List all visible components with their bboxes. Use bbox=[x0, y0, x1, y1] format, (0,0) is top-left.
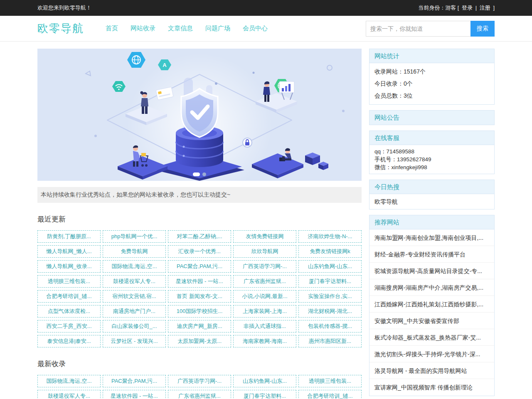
site-link[interactable]: 南通房地产门户... bbox=[103, 305, 166, 318]
site-link[interactable]: 合肥考研培训_辅... bbox=[298, 390, 362, 399]
site-link[interactable]: 厦门春宇达塑料... bbox=[233, 390, 296, 399]
site-link[interactable]: 上海家装网-上海... bbox=[233, 305, 296, 318]
site-link[interactable]: 友情免费链接网 bbox=[233, 230, 296, 243]
site-link[interactable]: 合肥考研培训_辅... bbox=[37, 290, 101, 303]
recommended-site-link[interactable]: 财经-金融界-专业财经资讯传播平台 bbox=[369, 246, 494, 263]
site-link[interactable]: 泰安信息港|泰安... bbox=[37, 335, 101, 347]
site-link[interactable]: 100国际学校招生... bbox=[168, 305, 231, 318]
site-link[interactable]: PAC聚合,PAM,污... bbox=[168, 260, 231, 273]
shield-check-icon bbox=[181, 89, 218, 137]
nav-item[interactable]: 文章信息 bbox=[168, 25, 193, 32]
svg-text:A: A bbox=[163, 62, 167, 68]
bracket-close: ] bbox=[493, 5, 495, 11]
recommended-site-link[interactable]: 洛灵导航网 - 最全面的实用导航网站 bbox=[369, 362, 494, 379]
search-input[interactable] bbox=[366, 21, 470, 37]
site-stats-body: 收录网站：15167个今日收录：0个会员总数：3位 bbox=[369, 63, 494, 104]
site-link[interactable]: 星速软件园 - 一站... bbox=[168, 275, 231, 288]
recommended-sites-box: 推荐网站 海南加盟网-海南创业加盟,海南创业项目,...财经-金融界-专业财经资… bbox=[369, 215, 495, 396]
site-link[interactable]: php导航网一个优... bbox=[103, 230, 166, 243]
recent-updates-title: 最近更新 bbox=[37, 214, 362, 224]
site-link[interactable]: 包装机传感器-搅... bbox=[298, 320, 362, 332]
register-link[interactable]: 注册 bbox=[480, 5, 490, 11]
site-link[interactable]: 免费友情链接网k bbox=[298, 245, 362, 258]
main-nav: 首页网站收录文章信息问题广场会员中心 bbox=[106, 25, 268, 32]
announcement-title: 网站公告 bbox=[369, 111, 494, 125]
nav-item[interactable]: 网站收录 bbox=[131, 25, 155, 32]
sidebar: 网站统计 收录网站：15167个今日收录：0个会员总数：3位 网站公告 在线客服… bbox=[369, 49, 495, 399]
site-logo[interactable]: 欧零导航 bbox=[37, 21, 84, 36]
user-status: 当前身份：游客 [ 登录 | 注册 ] bbox=[417, 4, 495, 12]
site-link[interactable]: 西安二手房_西安... bbox=[37, 320, 101, 332]
search-bar: 搜索 bbox=[366, 21, 495, 37]
recommended-sites-title: 推荐网站 bbox=[369, 215, 494, 229]
site-link[interactable]: 广东省惠州监狱... bbox=[168, 390, 231, 399]
site-link[interactable]: 山东钓鱼网-山东... bbox=[298, 260, 362, 273]
site-link[interactable]: 欣欣导航网 bbox=[233, 245, 296, 258]
hot-search-title: 今日热搜 bbox=[369, 180, 494, 194]
nav-item[interactable]: 会员中心 bbox=[243, 25, 268, 32]
site-link[interactable]: 懒人导航网_收录... bbox=[37, 260, 101, 273]
hot-search-item[interactable]: 欧零导航 bbox=[374, 198, 398, 205]
site-link[interactable]: 对苯二酚,乙醇钠,... bbox=[168, 230, 231, 243]
recommended-site-link[interactable]: 激光切割头-焊接头-手持焊-光学镜片-深... bbox=[369, 346, 494, 362]
recommended-site-link[interactable]: 宣讲家网_中国视频智库 传播创新理论 bbox=[369, 379, 494, 396]
carousel-dot-active[interactable] bbox=[193, 172, 200, 176]
left-column: A bbox=[37, 49, 362, 399]
site-link[interactable]: PAC聚合,PAM,污... bbox=[103, 375, 166, 387]
customer-service-body: qq：714589588手机号：13952627849微信：xinfengkej… bbox=[369, 145, 494, 174]
site-link[interactable]: 惠州市惠阳区新... bbox=[298, 335, 362, 347]
recommended-site-link[interactable]: 海南加盟网-海南创业加盟,海南创业项目,... bbox=[369, 229, 494, 246]
site-link[interactable]: 懒人导航网_懒人... bbox=[37, 245, 101, 258]
site-link[interactable]: 济南欣烨生物-N-... bbox=[298, 230, 362, 243]
hot-search-body: 欧零导航 bbox=[369, 194, 494, 209]
nav-item[interactable]: 问题广场 bbox=[205, 25, 230, 32]
site-link[interactable]: 山东钓鱼网-山东... bbox=[233, 375, 296, 387]
site-link[interactable]: 透明膜三维包装... bbox=[37, 275, 101, 288]
site-link[interactable]: 国际物流,海运,空... bbox=[37, 375, 101, 387]
recommended-site-link[interactable]: 江西婚嫁网-江西婚礼策划,江西婚纱摄影,... bbox=[369, 296, 494, 313]
hero-banner[interactable]: A bbox=[37, 49, 362, 181]
recommended-site-link[interactable]: 湖南搜房网-湖南房产中介,湖南房产交易,... bbox=[369, 279, 494, 296]
site-link[interactable]: 广东省惠州监狱... bbox=[233, 275, 296, 288]
topbar: 欢迎您来到欧零导航！ 当前身份：游客 [ 登录 | 注册 ] bbox=[0, 0, 532, 16]
banner-illustration: A bbox=[37, 49, 362, 181]
stat-line: 收录网站：15167个 bbox=[374, 66, 489, 78]
site-link[interactable]: 广西英语学习网-... bbox=[168, 375, 231, 387]
search-button[interactable]: 搜索 bbox=[470, 21, 495, 37]
nav-item[interactable]: 首页 bbox=[106, 25, 118, 32]
site-link[interactable]: 迪庆房产网_新房... bbox=[168, 320, 231, 332]
recommended-site-link[interactable]: 驼城资源导航网-高质量网站目录提交-专... bbox=[369, 263, 494, 279]
site-link[interactable]: 首页 新闻发布-文... bbox=[168, 290, 231, 303]
site-link[interactable]: 小说,小说网,最新... bbox=[233, 290, 296, 303]
site-link[interactable]: 海南家教网-海南... bbox=[233, 335, 296, 347]
site-link[interactable]: 星速软件园 - 一站... bbox=[103, 390, 166, 399]
site-link[interactable]: 宿州软文营销,宿... bbox=[103, 290, 166, 303]
site-link[interactable]: 防黄剂,丁酰肼原... bbox=[37, 230, 101, 243]
site-link[interactable]: 云梦社区 - 发现兴... bbox=[103, 335, 166, 347]
site-link[interactable]: 汇收录一个优秀... bbox=[168, 245, 231, 258]
login-link[interactable]: 登录 bbox=[462, 5, 473, 11]
site-link[interactable]: 白山家装修公司_... bbox=[103, 320, 166, 332]
site-link[interactable]: 免费导航网 bbox=[103, 245, 166, 258]
site-link[interactable]: 非插入式通球指... bbox=[233, 320, 296, 332]
recommended-site-link[interactable]: 板式冷却器_板式蒸发器_换热器厂家-艾... bbox=[369, 329, 494, 346]
contact-line: qq：714589588 bbox=[374, 148, 489, 155]
site-link[interactable]: 广西英语学习网-... bbox=[233, 260, 296, 273]
latest-included-grid: 国际物流,海运,空...PAC聚合,PAM,污...广西英语学习网-...山东钓… bbox=[37, 375, 362, 399]
site-link[interactable]: 鼓楼退役军人专... bbox=[37, 390, 101, 399]
welcome-text: 欢迎您来到欧零导航！ bbox=[37, 4, 91, 12]
site-link[interactable]: 透明膜三维包装... bbox=[298, 375, 362, 387]
announcement-box: 网站公告 bbox=[369, 110, 495, 125]
site-link[interactable]: 厦门春宇达塑料... bbox=[298, 275, 362, 288]
site-link[interactable]: 太原加盟网-太原... bbox=[168, 335, 231, 347]
hot-search-box: 今日热搜 欧零导航 bbox=[369, 180, 495, 209]
site-link[interactable]: 实验室操作台,实... bbox=[298, 290, 362, 303]
recommended-site-link[interactable]: 安徽文明网_中共安徽省委宣传部 bbox=[369, 313, 494, 329]
submit-notice: 本站持续收集行业优秀站点，如果您的网站未被收录，您也可以主动提交~ bbox=[37, 187, 362, 203]
site-link[interactable]: 国际物流,海运,空... bbox=[103, 260, 166, 273]
site-header: 欧零导航 首页网站收录文章信息问题广场会员中心 搜索 bbox=[0, 16, 532, 42]
site-link[interactable]: 鼓楼退役军人专... bbox=[103, 275, 166, 288]
site-link[interactable]: 湖北财税网-湖北... bbox=[298, 305, 362, 318]
carousel-dot[interactable] bbox=[202, 172, 206, 176]
site-link[interactable]: 点型气体浓度检... bbox=[37, 305, 101, 318]
